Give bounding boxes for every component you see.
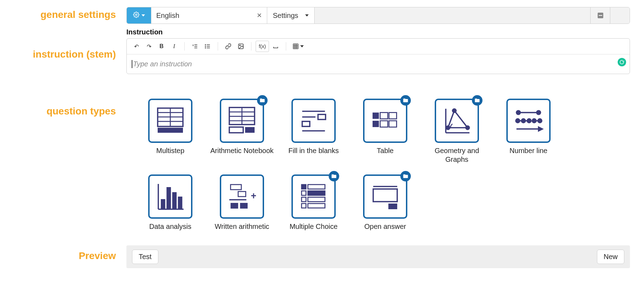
minus-icon bbox=[598, 13, 603, 18]
caret-down-icon bbox=[305, 14, 309, 16]
numline-icon bbox=[506, 99, 551, 143]
svg-rect-80 bbox=[373, 189, 397, 201]
caret-down-icon bbox=[142, 14, 145, 16]
svg-rect-35 bbox=[373, 113, 379, 119]
svg-point-56 bbox=[538, 119, 542, 123]
folder-badge-icon bbox=[400, 171, 411, 181]
svg-point-53 bbox=[527, 119, 531, 123]
svg-point-49 bbox=[537, 111, 540, 114]
bullet-list-button[interactable] bbox=[202, 41, 213, 52]
svg-point-8 bbox=[205, 46, 206, 47]
svg-rect-81 bbox=[388, 204, 397, 209]
question-type-label: Written arithmetic bbox=[215, 222, 269, 231]
extra-button[interactable] bbox=[610, 7, 630, 24]
question-type-label: Multistep bbox=[156, 146, 184, 156]
svg-rect-63 bbox=[172, 192, 177, 209]
svg-point-7 bbox=[205, 45, 206, 45]
svg-rect-75 bbox=[302, 197, 306, 202]
language-chip[interactable]: English ✕ bbox=[151, 7, 267, 24]
image-icon bbox=[238, 43, 244, 49]
question-type-geo[interactable]: Geometry and Graphs bbox=[423, 99, 490, 164]
open-icon bbox=[363, 174, 407, 219]
svg-rect-76 bbox=[308, 197, 325, 202]
redo-button[interactable]: ↷ bbox=[143, 41, 155, 52]
svg-rect-64 bbox=[178, 197, 183, 209]
svg-point-45 bbox=[465, 126, 470, 130]
question-type-blanks[interactable]: Fill in the blanks bbox=[280, 99, 347, 164]
svg-point-11 bbox=[239, 45, 240, 46]
instruction-editor: ↶ ↷ B I f(x) bbox=[126, 38, 630, 74]
bold-button[interactable]: B bbox=[156, 41, 167, 52]
svg-point-44 bbox=[452, 108, 457, 113]
question-type-label: Multiple Choice bbox=[290, 222, 338, 231]
svg-rect-37 bbox=[389, 113, 397, 119]
bold-icon: B bbox=[159, 43, 164, 49]
svg-point-51 bbox=[516, 119, 520, 123]
svg-point-46 bbox=[446, 126, 451, 130]
collapse-button[interactable] bbox=[590, 7, 610, 24]
svg-rect-74 bbox=[308, 191, 325, 196]
question-type-label: Fill in the blanks bbox=[288, 146, 339, 156]
question-type-mc[interactable]: Multiple Choice bbox=[280, 174, 347, 231]
link-icon bbox=[225, 43, 231, 49]
arith-nb-icon bbox=[220, 99, 264, 143]
svg-rect-12 bbox=[293, 44, 298, 49]
question-type-numline[interactable]: Number line bbox=[495, 99, 562, 164]
multistep-icon bbox=[148, 99, 192, 143]
general-settings-bar: English ✕ Settings bbox=[126, 7, 630, 24]
editor-toolbar: ↶ ↷ B I f(x) bbox=[127, 39, 630, 54]
image-button[interactable] bbox=[235, 41, 247, 52]
svg-rect-70 bbox=[240, 203, 248, 209]
svg-point-9 bbox=[205, 48, 206, 48]
svg-rect-31 bbox=[318, 114, 326, 119]
label-instruction: instruction (stem) bbox=[33, 49, 116, 60]
undo-button[interactable]: ↶ bbox=[130, 41, 142, 52]
question-type-bars[interactable]: Data analysis bbox=[137, 174, 204, 231]
instruction-textarea[interactable]: Type an instruction bbox=[127, 54, 630, 74]
table-button[interactable] bbox=[290, 41, 306, 52]
language-label: English bbox=[156, 12, 179, 20]
bullet-list-icon bbox=[204, 43, 211, 49]
question-type-open[interactable]: Open answer bbox=[352, 174, 419, 231]
blanks-icon bbox=[291, 99, 336, 143]
settings-dropdown[interactable]: Settings bbox=[267, 7, 315, 24]
question-type-label: Open answer bbox=[364, 222, 406, 231]
grammarly-badge-icon bbox=[618, 58, 626, 66]
svg-rect-73 bbox=[302, 191, 306, 196]
svg-rect-78 bbox=[308, 204, 325, 208]
blank-button[interactable] bbox=[270, 41, 282, 52]
question-type-multistep[interactable]: Multistep bbox=[137, 99, 204, 164]
question-type-label: Data analysis bbox=[149, 222, 191, 231]
undo-icon: ↶ bbox=[134, 43, 139, 50]
settings-dropdown-label: Settings bbox=[273, 12, 298, 20]
svg-point-0 bbox=[135, 14, 137, 16]
question-type-written[interactable]: + Written arithmetic bbox=[209, 174, 275, 231]
remove-language-icon[interactable]: ✕ bbox=[257, 12, 262, 19]
link-button[interactable] bbox=[222, 41, 234, 52]
question-type-table[interactable]: Table bbox=[352, 99, 419, 164]
gear-icon bbox=[133, 12, 139, 19]
new-button[interactable]: New bbox=[597, 250, 624, 264]
question-type-label: Arithmetic Notebook bbox=[210, 146, 274, 156]
svg-rect-38 bbox=[373, 121, 379, 127]
bars-icon bbox=[148, 174, 192, 219]
svg-point-55 bbox=[532, 119, 536, 123]
question-type-arith-nb[interactable]: Arithmetic Notebook bbox=[209, 99, 275, 164]
svg-rect-71 bbox=[302, 185, 306, 189]
gear-dropdown-button[interactable] bbox=[127, 7, 151, 24]
formula-button[interactable]: f(x) bbox=[256, 41, 269, 52]
svg-rect-40 bbox=[389, 121, 397, 127]
instruction-placeholder: Type an instruction bbox=[132, 60, 192, 68]
question-type-label: Table bbox=[377, 146, 394, 156]
svg-rect-28 bbox=[229, 127, 243, 133]
svg-rect-77 bbox=[302, 204, 306, 208]
label-preview: Preview bbox=[79, 250, 116, 261]
numbered-list-button[interactable] bbox=[189, 41, 201, 52]
italic-button[interactable]: I bbox=[168, 41, 180, 52]
folder-badge-icon bbox=[400, 95, 411, 106]
svg-rect-72 bbox=[308, 185, 325, 189]
label-question-types: question types bbox=[46, 106, 116, 117]
folder-badge-icon bbox=[472, 95, 482, 106]
svg-rect-65 bbox=[231, 185, 242, 190]
test-button[interactable]: Test bbox=[132, 250, 158, 264]
